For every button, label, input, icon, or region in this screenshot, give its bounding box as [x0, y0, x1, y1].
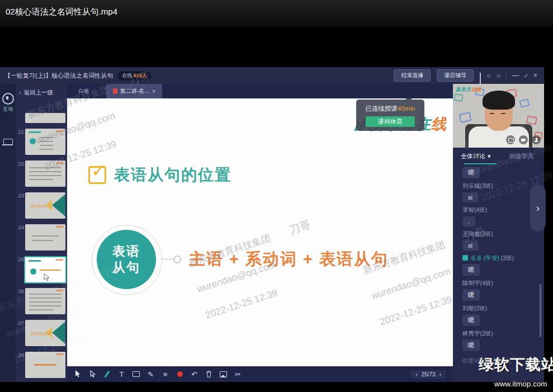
tab-discussion-label: 全体讨论 — [461, 152, 485, 160]
screenshot-tool[interactable] — [219, 370, 228, 379]
pen-tool-active[interactable] — [103, 370, 111, 379]
interact-icon[interactable] — [2, 93, 14, 105]
duration-prefix: 已连续授课 — [366, 105, 398, 112]
tab-document[interactable]: 第二讲-名... × — [106, 84, 162, 98]
slide-number: 25 — [17, 256, 24, 262]
chat-message: 王琦鑫(3班) xi — [462, 230, 544, 251]
minimize-icon[interactable]: — — [512, 72, 519, 79]
trash-tool[interactable] — [205, 370, 213, 379]
video-icon[interactable] — [519, 135, 528, 144]
record-icon[interactable]: ○ — [486, 72, 490, 79]
slide-row: 27 同位语从句 — [16, 320, 67, 346]
chat-author: 林秀宇(2班) — [462, 330, 544, 338]
tab-close-icon[interactable]: × — [152, 84, 155, 98]
slide-thumbnail[interactable] — [25, 224, 65, 251]
page-navigation: ‹ 25/73 › — [410, 370, 446, 379]
network-signal-icon[interactable] — [480, 73, 481, 78]
left-rail: 互动 — [0, 84, 16, 382]
slide-number: 27 — [17, 320, 24, 326]
eraser-tool[interactable]: ✎ — [146, 370, 155, 379]
chat-bubble: 嗯 — [462, 314, 480, 326]
break-button[interactable]: 课间休息 — [366, 116, 415, 127]
concept-circle-line2: 从句 — [112, 259, 140, 276]
tab-students[interactable]: 班级学员 — [499, 148, 545, 164]
chat-message-staff: 卓卓 (学管) (3班) 嗯 — [462, 254, 544, 276]
online-badge: 在线 616人 — [117, 71, 152, 81]
chevron-down-icon: ▾ — [488, 153, 491, 160]
lines-tool[interactable]: ≡ — [161, 370, 169, 379]
online-count: 616人 — [134, 73, 147, 78]
chat-message: 嗯 — [462, 167, 544, 178]
teaching-duration-popup: 已连续授课40min 课间休息 — [356, 100, 424, 131]
slide-thumbnail[interactable] — [25, 352, 65, 378]
panel-collapse-button[interactable]: › — [530, 185, 546, 232]
tab-whiteboard[interactable]: 白板 — [72, 84, 96, 98]
webcam-logo-1: 新东方 — [456, 87, 471, 92]
app-header: 【一轮复习(上)】核心语法之名词性从句 在线 616人 结束直播 课后辅导 ○ … — [0, 67, 544, 84]
prev-page-icon[interactable]: ‹ — [415, 371, 417, 377]
next-page-icon[interactable]: › — [439, 371, 441, 377]
select-tool[interactable] — [88, 370, 97, 379]
staff-class: (3班) — [501, 254, 514, 261]
chat-author: 陈明宇(4班) — [462, 280, 544, 287]
decor-rect — [519, 98, 530, 108]
laser-tool[interactable] — [176, 370, 184, 379]
duration-minutes: 40min — [398, 105, 415, 112]
undo-tool[interactable]: ↶ — [190, 370, 198, 379]
slide-row: 25 — [16, 256, 67, 282]
mic-icon[interactable] — [532, 135, 541, 144]
slide-row — [16, 113, 67, 123]
staff-name: 卓卓 (学管) — [470, 254, 499, 261]
back-link[interactable]: ‹返回上一级 — [16, 84, 67, 97]
slide-thumbnail-current[interactable] — [24, 256, 67, 284]
chat-bubble: xi — [462, 192, 478, 202]
chat-author: 王琦鑫(3班) — [462, 230, 544, 238]
slide-thumbnail[interactable] — [25, 113, 65, 123]
concept-circle: 表语 从句 — [97, 230, 156, 289]
connector-ring — [173, 256, 181, 263]
maximize-icon[interactable]: ↕ — [522, 72, 530, 79]
site-watermark: 绿软下载站 — [479, 355, 553, 375]
teaching-duration-text: 已连续授课40min — [356, 105, 424, 113]
tutoring-button[interactable]: 课后辅导 — [437, 69, 474, 82]
device-icon[interactable] — [3, 139, 13, 145]
slide-number: 21 — [17, 129, 24, 135]
instructor-eye — [501, 113, 505, 114]
shape-tool[interactable] — [132, 370, 140, 379]
tab-discussion[interactable]: 全体讨论 ▾ — [453, 148, 499, 164]
slide-thumbnail[interactable] — [25, 288, 65, 314]
document-tabbar: 白板 第二讲-名... × — [67, 84, 453, 98]
site-url: www.itmop.com — [494, 380, 547, 388]
slide-thumbnail[interactable] — [25, 129, 65, 155]
chat-scrollbar[interactable] — [540, 284, 541, 337]
end-live-button[interactable]: 结束直播 — [394, 69, 431, 82]
slide-mini-title: 同位语从句 — [31, 331, 50, 337]
whiteboard-canvas[interactable]: 已连续授课40min 课间休息 新东方在 线 ✓ 表语从句的位置 表语 — [67, 98, 453, 366]
video-titlebar: 02核心语法之名词性从句.mp4 — [0, 0, 553, 27]
slide-thumbnail[interactable] — [25, 160, 65, 187]
settings-icon[interactable]: ○ — [497, 72, 500, 79]
close-icon[interactable]: × — [533, 72, 537, 79]
slides-sidebar: ‹返回上一级 21 22 — [16, 84, 67, 382]
check-glyph: ✓ — [91, 160, 106, 181]
drawing-toolbar: T ✎ ≡ ↶ ✂ ‹ 25/73 › — [67, 366, 453, 382]
scissors-tool[interactable]: ✂ — [234, 370, 242, 379]
app-window: 【一轮复习(上)】核心语法之名词性从句 在线 616人 结束直播 课后辅导 ○ … — [0, 67, 544, 382]
instructor-eye — [490, 113, 494, 114]
cursor-tool[interactable] — [74, 370, 82, 379]
slide-number: 28 — [17, 352, 24, 358]
formula-text: 主语 + 系动词 + 表语从句 — [189, 248, 389, 271]
slide-mini-title: 表语从句 — [31, 204, 46, 209]
webcam-logo: 新东方在线 — [456, 86, 481, 93]
slide-row: 21 — [16, 129, 67, 155]
slide-number: 24 — [17, 224, 24, 230]
chat-author: 刘斯(2班) — [462, 305, 544, 313]
chat-bubble: 嗯 — [462, 339, 480, 351]
camera-icon[interactable] — [506, 135, 515, 144]
slide-thumbnail[interactable]: 表语从句 — [25, 192, 65, 219]
tab-document-label: 第二讲-名... — [120, 84, 149, 98]
interact-label: 互动 — [0, 106, 16, 113]
slide-thumbnail[interactable]: 同位语从句 — [25, 320, 65, 346]
text-tool[interactable]: T — [117, 370, 126, 379]
slide-row: 22 — [16, 160, 67, 187]
